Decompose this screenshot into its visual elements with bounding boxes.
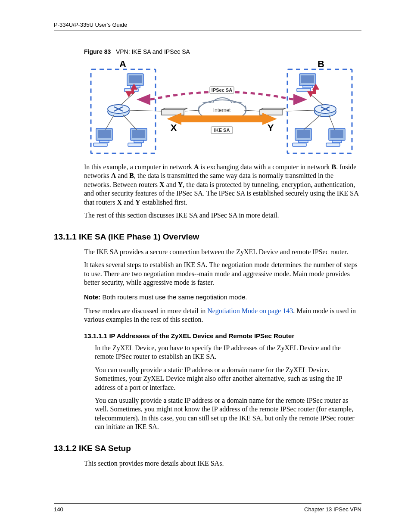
chapter-label: Chapter 13 IPSec VPN	[304, 506, 361, 513]
note-label: Note:	[84, 293, 100, 301]
intro-paragraph-2: The rest of this section discusses IKE S…	[84, 211, 361, 220]
guide-title: P-334U/P-335U User's Guide	[54, 22, 127, 28]
svg-rect-8	[100, 140, 109, 143]
svg-rect-20	[299, 140, 308, 143]
label-B: B	[318, 59, 324, 69]
figure-number: Figure 83	[84, 48, 111, 55]
svg-rect-11	[132, 130, 145, 138]
svg-rect-13	[128, 143, 142, 146]
s1-p3: These modes are discussed in more detail…	[84, 307, 361, 324]
label-ike-sa: IKE SA	[214, 128, 230, 133]
page-header: P-334U/P-335U User's Guide	[54, 22, 361, 31]
figure-vpn-diagram: IPSec SA IKE SA Internet A B X Y	[88, 59, 361, 158]
intro-paragraph-1: In this example, a computer in network A…	[84, 163, 361, 207]
svg-rect-25	[326, 143, 340, 146]
svg-rect-32	[131, 89, 134, 94]
svg-rect-21	[293, 143, 306, 146]
svg-marker-31	[125, 91, 132, 97]
svg-rect-3	[129, 75, 142, 83]
svg-rect-7	[98, 130, 111, 138]
svg-rect-16	[303, 86, 312, 88]
svg-marker-46	[137, 94, 150, 105]
figure-title: VPN: IKE SA and IPSec SA	[116, 48, 190, 55]
svg-rect-19	[297, 130, 310, 138]
svg-rect-12	[134, 140, 143, 143]
svg-rect-9	[93, 143, 107, 146]
svg-rect-15	[301, 75, 314, 83]
label-Y: Y	[268, 122, 274, 133]
label-X: X	[171, 122, 177, 133]
svg-marker-47	[293, 94, 307, 105]
page-number: 140	[54, 506, 63, 513]
s1-1-p3: You can usually provide a static IP addr…	[95, 396, 361, 432]
svg-rect-17	[297, 88, 311, 92]
page-footer: 140 Chapter 13 IPSec VPN	[54, 503, 361, 513]
label-A: A	[119, 59, 126, 69]
s1-p2: It takes several steps to establish an I…	[84, 261, 361, 287]
svg-rect-23	[330, 130, 343, 138]
heading-13-1-1: 13.1.1 IKE SA (IKE Phase 1) Overview	[54, 232, 361, 242]
svg-rect-35	[313, 89, 316, 94]
svg-rect-24	[332, 140, 342, 143]
heading-13-1-1-1: 13.1.1.1 IP Addresses of the ZyXEL Devic…	[84, 332, 361, 339]
label-internet: Internet	[213, 107, 231, 113]
figure-caption: Figure 83 VPN: IKE SA and IPSec SA	[84, 48, 361, 55]
s1-1-p2: You can usually provide a static IP addr…	[95, 366, 361, 392]
heading-13-1-2: 13.1.2 IKE SA Setup	[54, 444, 361, 453]
s1-1-p1: In the ZyXEL Device, you have to specify…	[95, 344, 361, 361]
label-ipsec-sa: IPSec SA	[212, 87, 232, 93]
note-negotiation-mode: Note: Both routers must use the same neg…	[84, 293, 361, 301]
vpn-diagram-svg: IPSec SA IKE SA Internet A B X Y	[88, 59, 355, 158]
note-text: Both routers must use the same negotiati…	[100, 293, 247, 301]
s2-p1: This section provides more details about…	[84, 459, 361, 468]
svg-rect-50	[181, 115, 262, 122]
s1-p1: The IKE SA provides a secure connection …	[84, 248, 361, 256]
link-negotiation-mode[interactable]: Negotiation Mode on page 143	[207, 307, 293, 314]
page: P-334U/P-335U User's Guide Figure 83 VPN…	[0, 0, 411, 532]
